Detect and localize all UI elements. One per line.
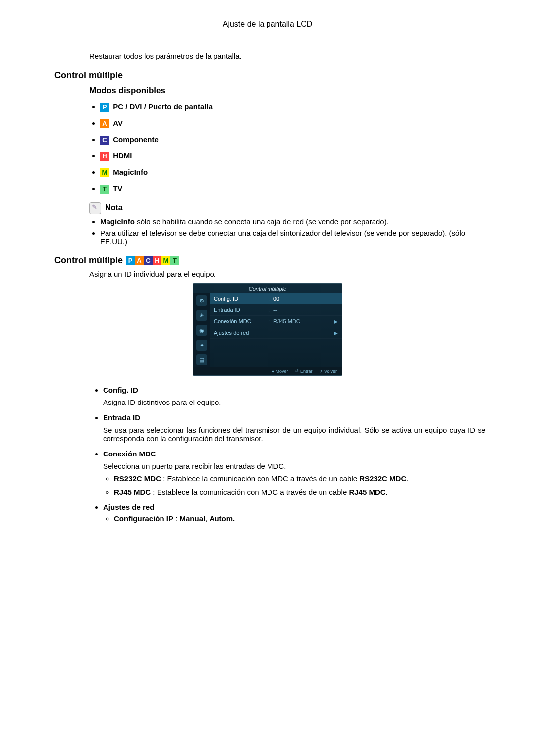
- osd-side-icon: ☀: [196, 310, 207, 321]
- net-sub-item: Configuración IP : Manual, Autom.: [114, 514, 485, 523]
- mode-item: M MagicInfo: [100, 168, 485, 177]
- sub-bold: RS232C MDC: [114, 474, 161, 483]
- mode-label: TV: [113, 184, 122, 193]
- modes-list: P PC / DVI / Puerto de pantalla A AV C C…: [89, 102, 485, 194]
- sub-bold: RJ45 MDC: [114, 488, 151, 496]
- osd-row: Config. ID : 00: [210, 293, 342, 304]
- badge-a-icon: A: [135, 256, 144, 265]
- item-desc: Se usa para seleccionar las funciones de…: [103, 426, 485, 443]
- notes-list: MagicInfo sólo se habilita cuando se con…: [89, 217, 485, 246]
- badge-strip: PACHMT: [126, 256, 179, 265]
- osd-side-icon: ⚙: [196, 295, 207, 306]
- sub-bold: RJ45 MDC: [349, 488, 385, 496]
- modes-heading: Modos disponibles: [89, 86, 485, 96]
- osd-row-value: 00: [273, 296, 338, 302]
- badge-a-icon: A: [100, 119, 109, 128]
- section2-intro: Asigna un ID individual para el equipo.: [89, 270, 485, 278]
- badge-p-icon: P: [126, 256, 135, 265]
- sub-text: : Establece la comunicación con MDC a tr…: [151, 488, 349, 496]
- badge-h-icon: H: [153, 256, 161, 265]
- badge-m-icon: M: [100, 168, 109, 177]
- osd-rows: Config. ID : 00 Entrada ID : -- Conexión…: [210, 293, 342, 367]
- osd-return-hint: ↺ Volver: [319, 369, 337, 374]
- sub-value: Autom.: [210, 514, 235, 523]
- osd-side-icon: ✦: [196, 340, 207, 351]
- item-title: Config. ID: [103, 386, 138, 394]
- mode-item: P PC / DVI / Puerto de pantalla: [100, 102, 485, 112]
- item-title: Ajustes de red: [103, 503, 154, 511]
- page-header-title: Ajuste de la pantalla LCD: [50, 20, 485, 29]
- mode-label: Componente: [113, 135, 159, 144]
- mode-label: PC / DVI / Puerto de pantalla: [113, 102, 213, 111]
- badge-t-icon: T: [170, 256, 179, 265]
- sub-text: : Establece la comunicación con MDC a tr…: [161, 474, 359, 483]
- item-desc: Selecciona un puerto para recibir las en…: [103, 462, 485, 470]
- osd-title: Control múltiple: [193, 284, 342, 293]
- config-items-list: Config. ID Asigna ID distintivos para el…: [89, 386, 485, 523]
- mode-label: AV: [113, 119, 123, 127]
- sub-sep: ,: [205, 514, 209, 523]
- sub-bold: RS232C MDC: [359, 474, 406, 483]
- osd-row: Entrada ID : --: [210, 304, 342, 316]
- mode-item: T TV: [100, 184, 485, 194]
- osd-row-sep: :: [268, 296, 273, 302]
- osd-row-label: Ajustes de red: [214, 330, 268, 336]
- config-item: Ajustes de red Configuración IP : Manual…: [103, 503, 485, 523]
- item-desc: Asigna ID distintivos para el equipo.: [103, 398, 485, 406]
- osd-row: Conexión MDC : RJ45 MDC ▶: [210, 316, 342, 327]
- item-title: Entrada ID: [103, 413, 140, 422]
- mode-item: C Componente: [100, 135, 485, 145]
- sub-text: :: [173, 514, 180, 523]
- mode-label: HDMI: [113, 151, 132, 160]
- note-item: Para utilizar el televisor se debe conec…: [100, 229, 485, 246]
- note-icon: [89, 202, 101, 214]
- badge-t-icon: T: [100, 185, 109, 194]
- badge-h-icon: H: [100, 152, 109, 161]
- mdc-sub-item: RS232C MDC : Establece la comunicación c…: [114, 474, 485, 483]
- badge-c-icon: C: [144, 256, 153, 265]
- osd-row-label: Config. ID: [214, 296, 268, 302]
- sub-bold: Configuración IP: [114, 514, 173, 523]
- mode-item: H HDMI: [100, 151, 485, 161]
- intro-text: Restaurar todos los parámetros de la pan…: [89, 52, 485, 60]
- sub-tail: .: [406, 474, 408, 483]
- config-item: Conexión MDC Selecciona un puerto para r…: [103, 450, 485, 496]
- section-control-multiple-2-heading: Control múltiple: [54, 255, 123, 266]
- sub-tail: .: [386, 488, 388, 496]
- osd-sidebar: ⚙ ☀ ◉ ✦ ▤: [193, 293, 210, 367]
- note-label: Nota: [105, 203, 123, 212]
- osd-row-value: --: [273, 307, 338, 313]
- osd-row-sep: :: [268, 318, 273, 324]
- chevron-right-icon: ▶: [334, 319, 338, 324]
- osd-side-icon: ▤: [196, 354, 207, 365]
- item-title: Conexión MDC: [103, 450, 156, 458]
- mode-item: A AV: [100, 119, 485, 128]
- osd-side-icon: ◉: [196, 325, 207, 336]
- osd-row-value: RJ45 MDC: [273, 318, 334, 324]
- badge-p-icon: P: [100, 103, 109, 112]
- mode-label: MagicInfo: [113, 168, 148, 176]
- config-item: Config. ID Asigna ID distintivos para el…: [103, 386, 485, 406]
- header-divider: [50, 32, 485, 32]
- osd-move-hint: ♦ Mover: [272, 369, 288, 374]
- osd-footer: ♦ Mover ⏎ Entrar ↺ Volver: [193, 367, 342, 375]
- osd-row: Ajustes de red ▶: [210, 327, 342, 339]
- config-item: Entrada ID Se usa para seleccionar las f…: [103, 413, 485, 443]
- mdc-sub-item: RJ45 MDC : Establece la comunicación con…: [114, 488, 485, 496]
- note-item: MagicInfo sólo se habilita cuando se con…: [100, 217, 485, 226]
- sub-value: Manual: [180, 514, 206, 523]
- osd-enter-hint: ⏎ Entrar: [295, 369, 312, 374]
- osd-row-label: Entrada ID: [214, 307, 268, 313]
- chevron-right-icon: ▶: [334, 330, 338, 336]
- osd-row-label: Conexión MDC: [214, 318, 268, 324]
- badge-c-icon: C: [100, 136, 109, 145]
- footer-divider: [50, 543, 485, 543]
- section-control-multiple-heading: Control múltiple: [54, 70, 485, 81]
- net-sublist: Configuración IP : Manual, Autom.: [103, 514, 485, 523]
- mdc-sublist: RS232C MDC : Establece la comunicación c…: [103, 474, 485, 496]
- osd-menu-screenshot: Control múltiple ⚙ ☀ ◉ ✦ ▤ Config. ID : …: [193, 283, 342, 376]
- badge-m-icon: M: [161, 256, 170, 265]
- osd-row-sep: :: [268, 307, 273, 313]
